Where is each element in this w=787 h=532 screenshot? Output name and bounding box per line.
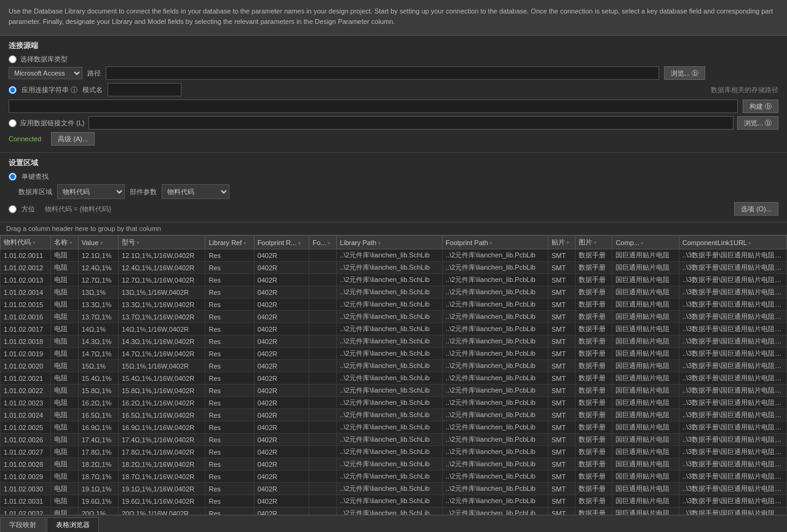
table-column-header[interactable]: Footprint Path	[442, 236, 548, 249]
table-cell: 0402R	[254, 262, 309, 274]
db-type-radio-row: 选择数据库类型	[9, 55, 778, 64]
table-row[interactable]: 1.01.02.0012电阻12.4Ω,1%12.4Ω,1%,1/16W,040…	[1, 262, 787, 274]
direction-value: 物料代码 = {物料代码}	[45, 205, 111, 214]
table-cell: 15.8Ω,1%,1/16W,0402R	[118, 385, 205, 397]
select-db-type-radio[interactable]	[9, 55, 17, 63]
table-cell: Res	[205, 446, 254, 458]
table-cell: 12.7Ω,1%,1/16W,0402R	[118, 274, 205, 286]
table-cell: 0402R	[254, 397, 309, 409]
mode-name-input[interactable]	[108, 83, 181, 96]
bottom-tab[interactable]: 字段映射	[0, 517, 45, 532]
table-row[interactable]: 1.01.02.0011电阻12.1Ω,1%12.1Ω,1%,1/16W,040…	[1, 249, 787, 262]
table-row[interactable]: 1.01.02.0032电阻20Ω,1%20Ω,1%,1/16W,0402RRe…	[1, 507, 787, 515]
build-button[interactable]: 构建 ⓑ	[743, 100, 778, 113]
browse2-button[interactable]: 浏览... ⓑ	[737, 116, 778, 130]
table-row[interactable]: 1.01.02.0023电阻16.2Ω,1%16.2Ω,1%,1/16W,040…	[1, 397, 787, 409]
table-cell	[309, 262, 336, 274]
table-cell: 国巨通用贴片电阻	[612, 495, 679, 507]
table-cell: ..\2元件库\lianchen_lib.PcbLib	[442, 348, 548, 360]
table-cell: ..\3数据手册\国巨通用贴片电阻.pdf	[679, 249, 786, 262]
advanced-button[interactable]: 高级 (A)...	[51, 132, 95, 146]
table-cell: ..\3数据手册\国巨通用贴片电阻.pdf	[679, 335, 786, 348]
single-key-radio[interactable]	[9, 173, 17, 181]
table-column-header[interactable]: 型号	[118, 236, 205, 249]
table-cell	[309, 323, 336, 335]
table-column-header[interactable]: Library Ref	[205, 236, 254, 249]
apply-data-link-radio[interactable]	[9, 119, 17, 127]
table-cell: 0402R	[254, 311, 309, 323]
table-row[interactable]: 1.01.02.0013电阻12.7Ω,1%12.7Ω,1%,1/16W,040…	[1, 274, 787, 286]
table-row[interactable]: 1.01.02.0027电阻17.8Ω,1%17.8Ω,1%,1/16W,040…	[1, 446, 787, 458]
table-cell: Res	[205, 458, 254, 471]
table-cell: SMT	[548, 483, 575, 495]
table-row[interactable]: 1.01.02.0019电阻14.7Ω,1%14.7Ω,1%,1/16W,040…	[1, 348, 787, 360]
table-cell	[309, 397, 336, 409]
table-cell: 国巨通用贴片电阻	[612, 299, 679, 311]
table-column-header[interactable]: 物料代码	[1, 236, 51, 249]
table-row[interactable]: 1.01.02.0028电阻18.2Ω,1%18.2Ω,1%,1/16W,040…	[1, 458, 787, 471]
table-cell: ..\3数据手册\国巨通用贴片电阻.pdf	[679, 483, 786, 495]
table-column-header[interactable]: Library Path	[336, 236, 442, 249]
table-cell: ..\2元件库\lianchen_lib.SchLib	[336, 434, 442, 446]
connection-string-input[interactable]: Provider=MSDAS(	[9, 100, 738, 113]
table-cell: 18.7Ω,1%,1/16W,0402R	[118, 471, 205, 483]
table-row[interactable]: 1.01.02.0021电阻15.4Ω,1%15.4Ω,1%,1/16W,040…	[1, 372, 787, 385]
table-cell: 数据手册	[575, 421, 612, 434]
table-column-header[interactable]: 名称	[51, 236, 78, 249]
table-cell	[309, 249, 336, 262]
table-cell: 18.2Ω,1%	[78, 458, 118, 471]
table-cell: 数据手册	[575, 458, 612, 471]
options-button[interactable]: 选项 (O)...	[734, 202, 778, 216]
table-column-header[interactable]: 图片	[575, 236, 612, 249]
table-cell	[309, 421, 336, 434]
table-cell: 数据手册	[575, 385, 612, 397]
bottom-tab[interactable]: 表格浏览器	[47, 517, 99, 532]
table-row[interactable]: 1.01.02.0017电阻14Ω,1%14Ω,1%,1/16W,0402RRe…	[1, 323, 787, 335]
table-column-header[interactable]: Comp...	[612, 236, 679, 249]
table-row[interactable]: 1.01.02.0026电阻17.4Ω,1%17.4Ω,1%,1/16W,040…	[1, 434, 787, 446]
db-type-select[interactable]: Microsoft Access	[9, 67, 82, 79]
table-cell: 12.7Ω,1%	[78, 274, 118, 286]
table-cell: ..\3数据手册\国巨通用贴片电阻.pdf	[679, 434, 786, 446]
table-cell: 13Ω,1%,1/16W,0402R	[118, 286, 205, 299]
apply-conn-string-radio[interactable]	[9, 86, 17, 94]
table-row[interactable]: 1.01.02.0031电阻19.6Ω,1%19.6Ω,1%,1/16W,040…	[1, 495, 787, 507]
table-cell: 16.2Ω,1%	[78, 397, 118, 409]
browse-button[interactable]: 浏览... ⓑ	[664, 66, 705, 80]
table-row[interactable]: 1.01.02.0018电阻14.3Ω,1%14.3Ω,1%,1/16W,040…	[1, 335, 787, 348]
table-cell: 0402R	[254, 348, 309, 360]
data-link-input[interactable]	[89, 116, 734, 130]
table-cell: ..\2元件库\lianchen_lib.SchLib	[336, 495, 442, 507]
table-cell: 国巨通用贴片电阻	[612, 262, 679, 274]
table-row[interactable]: 1.01.02.0024电阻16.5Ω,1%16.5Ω,1%,1/16W,040…	[1, 409, 787, 421]
table-cell: 17.4Ω,1%	[78, 434, 118, 446]
table-cell: Res	[205, 397, 254, 409]
table-cell: 电阻	[51, 249, 78, 262]
table-row[interactable]: 1.01.02.0030电阻19.1Ω,1%19.1Ω,1%,1/16W,040…	[1, 483, 787, 495]
table-column-header[interactable]: 贴片	[548, 236, 575, 249]
table-row[interactable]: 1.01.02.0015电阻13.3Ω,1%13.3Ω,1%,1/16W,040…	[1, 299, 787, 311]
table-cell	[309, 434, 336, 446]
table-cell: 数据手册	[575, 434, 612, 446]
table-row[interactable]: 1.01.02.0022电阻15.8Ω,1%15.8Ω,1%,1/16W,040…	[1, 385, 787, 397]
table-cell: ..\2元件库\lianchen_lib.SchLib	[336, 348, 442, 360]
table-column-header[interactable]: Value	[78, 236, 118, 249]
table-column-header[interactable]: Fo...	[309, 236, 336, 249]
table-cell: SMT	[548, 397, 575, 409]
table-wrapper[interactable]: 物料代码名称Value型号Library RefFootprint R...Fo…	[0, 235, 787, 515]
table-cell: SMT	[548, 311, 575, 323]
table-cell: ..\2元件库\lianchen_lib.SchLib	[336, 372, 442, 385]
table-row[interactable]: 1.01.02.0029电阻18.7Ω,1%18.7Ω,1%,1/16W,040…	[1, 471, 787, 483]
path-input[interactable]	[106, 66, 659, 80]
table-column-header[interactable]: ComponentLink1URL	[679, 236, 786, 249]
table-row[interactable]: 1.01.02.0020电阻15Ω,1%15Ω,1%,1/16W,0402RRe…	[1, 360, 787, 372]
part-param-select[interactable]: 物料代码	[162, 184, 229, 199]
table-cell: ..\3数据手册\国巨通用贴片电阻.pdf	[679, 385, 786, 397]
table-row[interactable]: 1.01.02.0014电阻13Ω,1%13Ω,1%,1/16W,0402RRe…	[1, 286, 787, 299]
direction-radio[interactable]	[9, 205, 17, 213]
table-cell: ..\2元件库\lianchen_lib.PcbLib	[442, 249, 548, 262]
table-column-header[interactable]: Footprint R...	[254, 236, 309, 249]
db-field-select[interactable]: 物料代码	[57, 184, 125, 199]
table-row[interactable]: 1.01.02.0016电阻13.7Ω,1%13.7Ω,1%,1/16W,040…	[1, 311, 787, 323]
table-row[interactable]: 1.01.02.0025电阻16.9Ω,1%16.9Ω,1%,1/16W,040…	[1, 421, 787, 434]
